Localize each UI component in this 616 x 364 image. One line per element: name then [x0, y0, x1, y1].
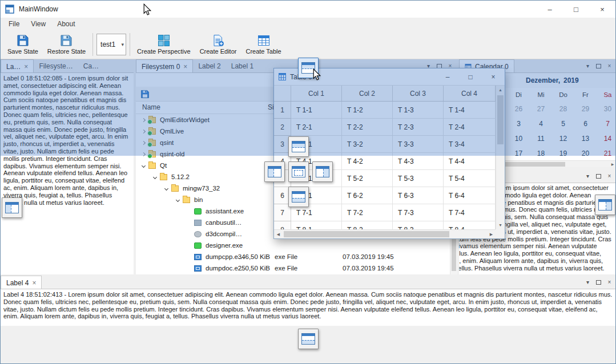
table-cell[interactable]: T 1-1	[291, 102, 342, 119]
calendar-day[interactable]: 20	[574, 146, 597, 161]
calendar-day[interactable]: 18	[530, 146, 552, 161]
table-cell[interactable]: T 3-3	[393, 136, 444, 153]
scroll-right-icon[interactable]: ▶	[609, 161, 616, 167]
expand-icon[interactable]	[139, 150, 147, 158]
tab-close-icon[interactable]: ×	[32, 280, 36, 286]
tree-row[interactable]: fixqt4head…6,37 KiBpl File07.03.2019 19:…	[136, 274, 450, 274]
table-cell[interactable]: T 4-3	[393, 153, 444, 170]
drop-indicator-window-left[interactable]	[2, 197, 22, 218]
dock-menu-button[interactable]: ▾	[582, 277, 593, 288]
calendar-day[interactable]: 14	[597, 131, 616, 146]
calendar-day[interactable]: 5	[552, 116, 574, 131]
tree-row[interactable]: dumpdoc.e…250,50 KiBexe File07.03.2019 1…	[136, 262, 450, 274]
scroll-right-icon[interactable]: ▶	[487, 230, 496, 238]
expand-icon[interactable]	[139, 116, 147, 124]
calendar-day[interactable]: 4	[530, 116, 552, 131]
tab-label-1[interactable]: Label 1	[226, 59, 259, 72]
dock-menu-button[interactable]: ▾	[582, 60, 593, 71]
restore-state-button[interactable]: Restore State	[43, 31, 90, 58]
scroll-up-icon[interactable]: ▲	[496, 86, 505, 94]
column-header[interactable]: Col 4	[444, 86, 496, 102]
table-cell[interactable]: T 2-1	[291, 119, 342, 136]
collapse-icon[interactable]	[151, 173, 159, 181]
calendar-year-button[interactable]: 2019	[563, 73, 579, 88]
menu-file[interactable]: File	[3, 18, 25, 30]
dock-float-button[interactable]	[593, 60, 604, 71]
collapse-icon[interactable]	[162, 184, 170, 192]
row-header[interactable]: 1	[274, 102, 291, 119]
scroll-left-icon[interactable]: ◀	[274, 230, 283, 238]
maximize-button[interactable]: □	[563, 1, 589, 18]
save-state-button[interactable]: Save State	[3, 31, 43, 58]
table-cell[interactable]: T 1-4	[444, 102, 496, 119]
table-cell[interactable]: T 1-2	[342, 102, 393, 119]
tree-row[interactable]: dumpcpp.e…346,50 KiBexe File07.03.2019 1…	[136, 251, 450, 262]
dock-float-button[interactable]	[593, 171, 604, 181]
calendar-day[interactable]: 26	[508, 102, 530, 116]
close-button[interactable]: ×	[589, 1, 615, 18]
table-cell[interactable]: T 5-3	[393, 170, 444, 187]
table-cell[interactable]: T 6-3	[393, 187, 444, 204]
menu-view[interactable]: View	[25, 18, 51, 30]
scrollbar-thumb[interactable]	[284, 231, 449, 237]
float-close-button[interactable]: ×	[482, 68, 505, 85]
table-cell[interactable]: T 3-4	[444, 136, 496, 153]
dock-close-button[interactable]: ×	[604, 60, 615, 71]
drop-indicator-window-bottom[interactable]	[298, 329, 319, 349]
create-editor-button[interactable]: Create Editor	[195, 31, 241, 58]
column-header-name[interactable]: Name	[142, 103, 160, 111]
calendar-day[interactable]: 30	[597, 102, 616, 116]
tree-row[interactable]: designer.exe	[136, 240, 450, 251]
calendar-day[interactable]: 28	[552, 102, 574, 116]
tab-label-0[interactable]: La… ×	[1, 59, 34, 73]
row-header[interactable]: 2	[274, 119, 291, 136]
tab-filesystem-1[interactable]: Filesyste…	[34, 59, 78, 72]
table-cell[interactable]: T 8-4	[444, 221, 496, 229]
float-maximize-button[interactable]: □	[459, 68, 482, 85]
drop-indicator-area-left[interactable]	[264, 161, 285, 182]
table-cell[interactable]: T 2-3	[393, 119, 444, 136]
calendar-day[interactable]: 29	[574, 102, 597, 116]
calendar-day[interactable]: 17	[508, 146, 530, 161]
calendar-day[interactable]: 6	[574, 116, 597, 131]
drop-indicator-area-right[interactable]	[312, 161, 333, 182]
column-header[interactable]: Col 1	[291, 86, 342, 102]
scroll-down-icon[interactable]: ▼	[496, 221, 505, 229]
calendar-day[interactable]: 10	[508, 131, 530, 146]
filesystem-save-button[interactable]	[139, 88, 151, 100]
dock-close-button[interactable]: ×	[604, 171, 615, 181]
calendar-day[interactable]: 11	[530, 131, 552, 146]
table-cell[interactable]: T 3-2	[342, 136, 393, 153]
drop-indicator-window-right[interactable]	[595, 195, 615, 215]
drop-indicator-area-top[interactable]	[288, 136, 309, 157]
calendar-day[interactable]: 21	[597, 146, 616, 161]
title-bar[interactable]: MainWindow – □ ×	[1, 1, 615, 18]
table-horizontal-scrollbar[interactable]: ◀ ▶	[274, 229, 496, 238]
create-perspective-button[interactable]: Create Perspective	[132, 31, 195, 58]
tab-filesystem-0[interactable]: Filesystem 0 ×	[136, 59, 193, 73]
tab-close-icon[interactable]: ×	[24, 63, 28, 70]
table-vertical-scrollbar[interactable]: ▲ ▼	[496, 86, 505, 229]
table-cell[interactable]: T 5-2	[342, 170, 393, 187]
dock-float-button[interactable]	[593, 277, 604, 288]
calendar-day[interactable]: 7	[597, 116, 616, 131]
tab-close-icon[interactable]: ×	[183, 63, 187, 70]
tab-calendar-1[interactable]: Ca…	[78, 59, 104, 72]
calendar-day[interactable]: 13	[574, 131, 597, 146]
table-cell[interactable]: T 8-3	[393, 221, 444, 229]
collapse-icon[interactable]	[174, 196, 182, 204]
table-cell[interactable]: T 5-4	[444, 170, 496, 187]
collapse-icon[interactable]	[139, 161, 147, 169]
calendar-day[interactable]: 3	[508, 116, 530, 131]
table-cell[interactable]: T 7-4	[444, 204, 496, 221]
calendar-day[interactable]: 19	[552, 146, 574, 161]
table-cell[interactable]: T 6-2	[342, 187, 393, 204]
expand-icon[interactable]	[139, 139, 147, 147]
table-cell[interactable]: T 1-3	[393, 102, 444, 119]
tab-label-2[interactable]: Label 2	[193, 59, 226, 72]
tab-label-4[interactable]: Label 4 ×	[1, 276, 42, 289]
float-minimize-button[interactable]: –	[436, 68, 459, 85]
drop-indicator-window-top[interactable]	[298, 58, 319, 78]
column-header[interactable]: Col 2	[342, 86, 393, 102]
table-cell[interactable]: T 2-4	[444, 119, 496, 136]
